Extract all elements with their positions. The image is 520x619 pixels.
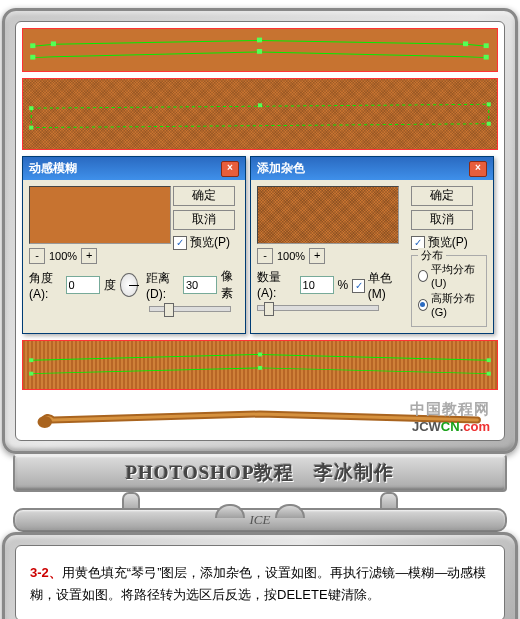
- angle-label: 角度(A):: [29, 270, 62, 301]
- tutorial-inner: 动感模糊 × 确定 取消 ✓ 预览(P) - 100: [15, 21, 505, 441]
- tutorial-frame-upper: 动感模糊 × 确定 取消 ✓ 预览(P) - 100: [2, 8, 518, 454]
- svg-rect-4: [484, 43, 489, 48]
- close-icon[interactable]: ×: [221, 161, 239, 177]
- gaussian-radio[interactable]: 高斯分布(G): [418, 291, 480, 318]
- add-noise-preview: [257, 186, 399, 244]
- svg-rect-6: [257, 49, 262, 54]
- svg-rect-18: [487, 372, 491, 376]
- distribution-group: 分布 平均分布(U) 高斯分布(G): [411, 255, 487, 327]
- svg-rect-13: [29, 358, 33, 362]
- tutorial-frame-lower: 3-2、用黄色填充“琴弓”图层，添加杂色，设置如图。再执行滤镜—模糊—动感模 糊…: [2, 532, 518, 619]
- svg-rect-16: [29, 372, 33, 376]
- uniform-radio[interactable]: 平均分布(U): [418, 262, 480, 289]
- instruction-panel: 3-2、用黄色填充“琴弓”图层，添加杂色，设置如图。再执行滤镜—模糊—动感模 糊…: [15, 545, 505, 619]
- angle-input[interactable]: [66, 276, 100, 294]
- ok-button[interactable]: 确定: [411, 186, 473, 206]
- svg-rect-15: [487, 358, 491, 362]
- svg-rect-0: [30, 43, 35, 48]
- svg-rect-1: [51, 41, 56, 46]
- svg-rect-9: [258, 103, 262, 107]
- zoom-level: 100%: [49, 250, 77, 262]
- svg-rect-7: [484, 55, 489, 60]
- preview-strip-blur: [22, 340, 498, 390]
- hooks: [0, 492, 520, 508]
- uniform-label: 平均分布(U): [431, 262, 480, 289]
- svg-rect-11: [29, 126, 33, 130]
- distance-slider[interactable]: [149, 306, 231, 312]
- close-icon[interactable]: ×: [469, 161, 487, 177]
- cancel-button[interactable]: 取消: [173, 210, 235, 230]
- step-number: 3-2、: [30, 565, 62, 580]
- preview-checkbox[interactable]: ✓ 预览(P): [173, 234, 239, 251]
- angle-unit: 度: [104, 277, 116, 294]
- mono-label: 单色(M): [368, 270, 405, 301]
- preview-strip-noise: [22, 78, 498, 150]
- dialog-titlebar[interactable]: 添加杂色 ×: [251, 157, 493, 180]
- add-noise-dialog: 添加杂色 × - 100% + 数量(A):: [250, 156, 494, 334]
- title-plate: PHOTOSHOP教程 李冰制作: [13, 454, 507, 492]
- instruction-line1: 用黄色填充“琴弓”图层，添加杂色，设置如图。再执行滤镜—模糊—动感模: [62, 565, 487, 580]
- distance-input[interactable]: [183, 276, 217, 294]
- gaussian-label: 高斯分布(G): [431, 291, 480, 318]
- motion-blur-preview: [29, 186, 171, 244]
- amount-label: 数量(A):: [257, 269, 296, 300]
- result-rope: 中国教程网 JCWCN.com: [22, 396, 498, 436]
- deco-label: ICE: [250, 512, 271, 528]
- dialog-title-text: 添加杂色: [257, 160, 305, 177]
- dialog-titlebar[interactable]: 动感模糊 ×: [23, 157, 245, 180]
- instruction-text: 3-2、用黄色填充“琴弓”图层，添加杂色，设置如图。再执行滤镜—模糊—动感模 糊…: [22, 552, 498, 616]
- dialogs-row: 动感模糊 × 确定 取消 ✓ 预览(P) - 100: [22, 156, 498, 334]
- deco-bar: ICE: [13, 508, 507, 532]
- zoom-in-button[interactable]: +: [309, 248, 325, 264]
- zoom-in-button[interactable]: +: [81, 248, 97, 264]
- zoom-out-button[interactable]: -: [257, 248, 273, 264]
- distance-unit: 像素: [221, 268, 239, 302]
- watermark: 中国教程网 JCWCN.com: [410, 400, 490, 434]
- radio-icon: [418, 299, 428, 311]
- svg-rect-10: [487, 102, 491, 106]
- angle-dial[interactable]: [120, 273, 139, 297]
- svg-rect-2: [257, 38, 262, 43]
- zoom-out-button[interactable]: -: [29, 248, 45, 264]
- svg-rect-12: [487, 122, 491, 126]
- watermark-line1: 中国教程网: [410, 400, 490, 419]
- distance-label: 距离(D):: [146, 270, 179, 301]
- svg-rect-5: [30, 55, 35, 60]
- preview-label: 预览(P): [190, 234, 230, 251]
- group-title: 分布: [418, 248, 446, 263]
- radio-icon: [418, 270, 428, 282]
- amount-slider[interactable]: [257, 305, 379, 311]
- svg-rect-8: [29, 106, 33, 110]
- amount-unit: %: [338, 278, 349, 292]
- mono-checkbox[interactable]: ✓ 单色(M): [352, 270, 405, 301]
- title-plate-text: PHOTOSHOP教程 李冰制作: [15, 456, 505, 490]
- checkbox-icon: ✓: [173, 236, 187, 250]
- svg-rect-3: [463, 41, 468, 46]
- svg-rect-14: [258, 353, 262, 357]
- dialog-title-text: 动感模糊: [29, 160, 77, 177]
- cancel-button[interactable]: 取消: [411, 210, 473, 230]
- svg-rect-17: [258, 366, 262, 370]
- svg-point-19: [38, 416, 52, 428]
- amount-input[interactable]: [300, 276, 334, 294]
- checkbox-icon: ✓: [352, 279, 365, 293]
- instruction-line2: 糊，设置如图。将路径转为选区后反选，按DELETE键清除。: [30, 587, 380, 602]
- watermark-line2: JCWCN.com: [410, 419, 490, 434]
- ok-button[interactable]: 确定: [173, 186, 235, 206]
- preview-strip-path: [22, 28, 498, 72]
- motion-blur-dialog: 动感模糊 × 确定 取消 ✓ 预览(P) - 100: [22, 156, 246, 334]
- zoom-level: 100%: [277, 250, 305, 262]
